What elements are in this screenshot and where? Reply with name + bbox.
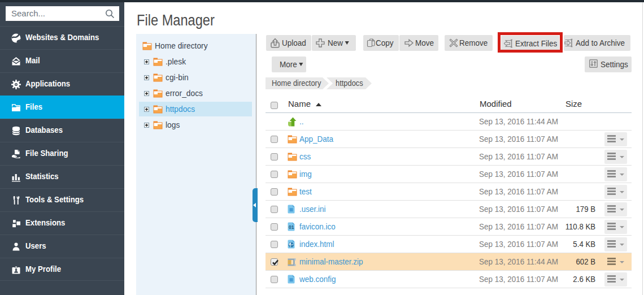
svg-text:01: 01 — [289, 224, 294, 230]
